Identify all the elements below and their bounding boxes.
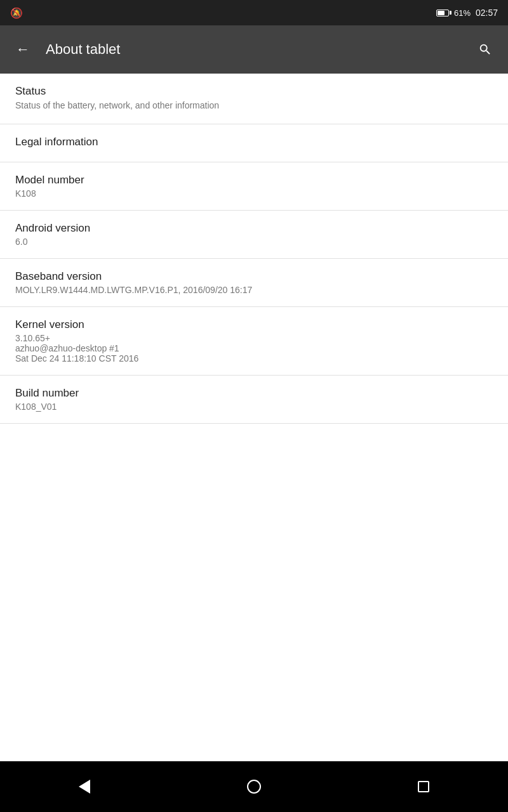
nav-back-button[interactable] xyxy=(65,768,104,806)
back-button[interactable]: ← xyxy=(10,37,36,62)
search-icon xyxy=(478,43,492,56)
nav-bar xyxy=(0,761,508,812)
nav-back-icon xyxy=(79,780,90,794)
content-area: Status Status of the battery, network, a… xyxy=(0,74,508,761)
item-value-build: K108_V01 xyxy=(15,402,493,412)
item-title-baseband: Baseband version xyxy=(15,270,493,283)
item-title-kernel: Kernel version xyxy=(15,318,493,331)
battery-icon xyxy=(436,10,449,16)
nav-recents-icon xyxy=(418,781,429,792)
app-bar: ← About tablet xyxy=(0,25,508,74)
status-bar: 🔕 61% 02:57 xyxy=(0,0,508,25)
item-value-model: K108 xyxy=(15,188,493,199)
page-title: About tablet xyxy=(46,41,472,58)
item-subtitle-status: Status of the battery, network, and othe… xyxy=(15,100,493,112)
back-icon: ← xyxy=(16,41,30,58)
settings-item-build[interactable]: Build number K108_V01 xyxy=(0,376,508,424)
settings-item-android[interactable]: Android version 6.0 xyxy=(0,211,508,259)
status-bar-left: 🔕 xyxy=(10,7,436,19)
search-button[interactable] xyxy=(472,37,498,62)
settings-item-status[interactable]: Status Status of the battery, network, a… xyxy=(0,74,508,124)
nav-recents-button[interactable] xyxy=(404,768,443,806)
item-value-kernel: 3.10.65+ azhuo@azhuo-desktop #1 Sat Dec … xyxy=(15,333,493,363)
item-title-status: Status xyxy=(15,85,493,98)
battery-percent: 61% xyxy=(454,8,471,18)
item-title-android: Android version xyxy=(15,222,493,235)
settings-item-model[interactable]: Model number K108 xyxy=(0,162,508,211)
nav-home-button[interactable] xyxy=(235,768,273,806)
item-value-baseband: MOLY.LR9.W1444.MD.LWTG.MP.V16.P1, 2016/0… xyxy=(15,285,493,295)
settings-item-kernel[interactable]: Kernel version 3.10.65+ azhuo@azhuo-desk… xyxy=(0,307,508,376)
status-bar-right: 61% 02:57 xyxy=(436,8,498,18)
settings-item-baseband[interactable]: Baseband version MOLY.LR9.W1444.MD.LWTG.… xyxy=(0,259,508,307)
item-title-model: Model number xyxy=(15,174,493,187)
item-title-legal: Legal information xyxy=(15,136,493,148)
time-display: 02:57 xyxy=(476,8,498,18)
settings-item-legal[interactable]: Legal information xyxy=(0,124,508,162)
nav-home-icon xyxy=(247,780,261,794)
notification-icon: 🔕 xyxy=(10,7,23,19)
item-title-build: Build number xyxy=(15,387,493,400)
item-value-android: 6.0 xyxy=(15,237,493,247)
